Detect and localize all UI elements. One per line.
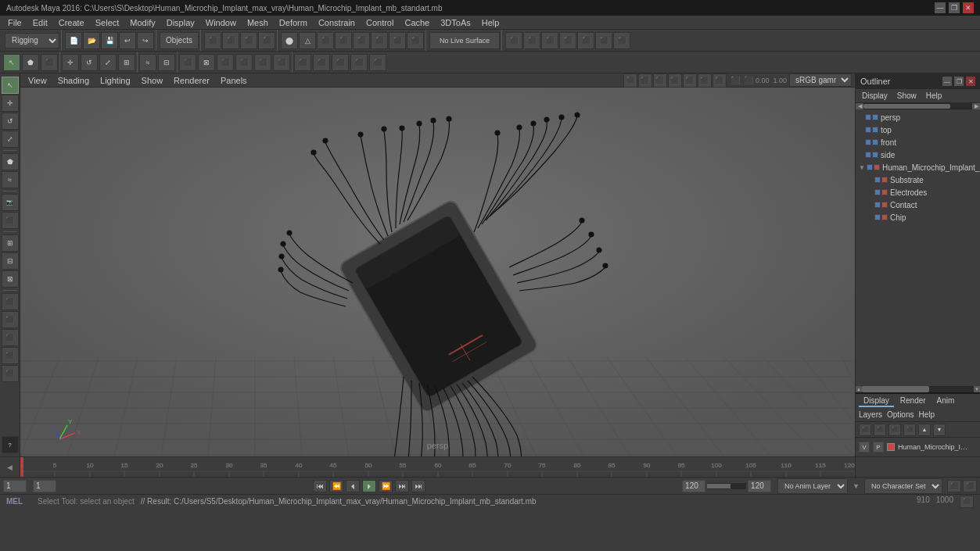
outliner-close-btn[interactable]: ✕ [966,77,975,86]
lt-snap1-btn[interactable]: ⊞ [2,234,19,252]
curve-snap-btn[interactable]: ⬛ [217,54,234,71]
rnd7-btn[interactable]: ⬛ [613,32,630,49]
help-menu-item[interactable]: Help [918,410,935,419]
vp-shadow-btn[interactable]: ⬛ [683,73,697,88]
close-button[interactable]: ✕ [963,2,974,13]
outliner-item-front[interactable]: ▶ front [856,136,980,148]
new-btn[interactable]: 📄 [65,32,82,49]
outliner-restore-btn[interactable]: ❐ [954,77,964,86]
renderer-menu[interactable]: Renderer [169,75,214,86]
outliner-help-menu[interactable]: Help [923,91,946,101]
sym1-btn[interactable]: ⬛ [294,54,311,71]
rotate-mode-btn[interactable]: ↺ [2,113,19,130]
timeline-ruler[interactable]: 0 5 10 15 20 25 30 35 40 45 50 55 60 65 … [20,457,855,477]
panels-menu[interactable]: Panels [216,75,252,86]
snap7-btn[interactable]: ⬛ [389,32,406,49]
surface-snap-btn[interactable]: ⬛ [254,54,271,71]
sym4-btn[interactable]: ⬛ [350,54,368,71]
lt-misc5-btn[interactable]: ⬛ [2,365,19,382]
sel2-btn[interactable]: ⬛ [222,32,239,49]
lt-misc1-btn[interactable]: ⬛ [2,293,19,310]
options-menu-item[interactable]: Options [887,410,914,419]
goto-start-btn[interactable]: ⏮ [313,480,327,492]
show-manip-btn[interactable]: ⊟ [158,54,175,71]
restore-button[interactable]: ❐ [949,2,960,13]
show-menu[interactable]: Show [137,75,168,86]
layer-create-btn[interactable]: ⬛ [859,424,871,436]
lt-misc2-btn[interactable]: ⬛ [2,311,19,328]
snap3-btn[interactable]: ⬛ [317,32,334,49]
layer-delete-btn[interactable]: ⬛ [874,424,886,436]
select-tool-btn[interactable]: ↖ [3,54,20,71]
layer-row[interactable]: V P Human_Microchip_Imp... [856,438,980,456]
redo-btn[interactable]: ↪ [137,32,154,49]
center-snap-btn[interactable]: ⬛ [273,54,290,71]
paint-sel-btn[interactable]: ⬛ [41,54,58,71]
open-btn[interactable]: 📂 [83,32,100,49]
key-btn[interactable]: ⬛ [963,480,977,492]
menu-item-deform[interactable]: Deform [275,17,312,28]
menu-item-cache[interactable]: Cache [400,17,434,28]
auto-key-btn[interactable]: ⬛ [947,480,961,492]
move-mode-btn[interactable]: ✛ [2,95,19,112]
outliner-item-human_microchip[interactable]: ▼ Human_Microchip_Implant_s... [856,161,980,174]
vp-wire-btn[interactable]: ⬛ [623,73,637,88]
outliner-item-persp[interactable]: ▶ persp [856,111,980,123]
play-btn[interactable]: ⏵ [362,480,376,492]
prev-key-btn[interactable]: ⏪ [329,480,343,492]
menu-item-display[interactable]: Display [162,17,199,28]
layer-add-sel-btn[interactable]: ⬛ [888,424,901,436]
sym3-btn[interactable]: ⬛ [332,54,349,71]
rnd2-btn[interactable]: ⬛ [523,32,540,49]
outliner-item-top[interactable]: ▶ top [856,123,980,136]
vp-texture-btn[interactable]: ⬛ [653,73,667,88]
menu-item-help[interactable]: Help [477,17,504,28]
objects-btn[interactable]: Objects [160,32,199,49]
rnd4-btn[interactable]: ⬛ [559,32,576,49]
lasso-btn[interactable]: ⬟ [22,54,39,71]
live-btn[interactable]: No Live Surface [429,32,500,49]
character-set-select[interactable]: No Character Set [864,478,942,494]
outliner-item-chip[interactable]: ▶ Chip [856,211,980,224]
grid-snap-btn[interactable]: ⊠ [198,54,215,71]
lt-misc3-btn[interactable]: ⬛ [2,329,19,346]
scale-mode-btn[interactable]: ⤢ [2,131,19,148]
outliner-item-electrodes[interactable]: ▶ Electrodes [856,186,980,199]
start-frame-input[interactable]: 1 [33,480,56,492]
sym2-btn[interactable]: ⬛ [313,54,330,71]
next-key-btn[interactable]: ⏭ [395,480,409,492]
rnd5-btn[interactable]: ⬛ [577,32,594,49]
goto-end-btn[interactable]: ⏭ [411,480,425,492]
render-tab[interactable]: Render [896,395,931,407]
minimize-button[interactable]: — [935,2,946,13]
component-snap-btn[interactable]: ⬛ [179,54,196,71]
select-mode-btn[interactable]: ↖ [2,77,19,94]
rnd3-btn[interactable]: ⬛ [541,32,558,49]
scale-tool-btn[interactable]: ⤢ [99,54,117,71]
outliner-min-btn[interactable]: — [942,77,952,86]
sym5-btn[interactable]: ⬛ [369,54,386,71]
viewport-3d[interactable]: View Shading Lighting Show Renderer Pane… [20,73,855,456]
status-icon-btn[interactable]: ⬛ [960,496,974,508]
menu-item-select[interactable]: Select [91,17,124,28]
snap8-btn[interactable]: ⬛ [407,32,424,49]
menu-item-3dtoas[interactable]: 3DToAs [436,17,476,28]
menu-item-edit[interactable]: Edit [28,17,52,28]
shading-menu[interactable]: Shading [53,75,94,86]
anim-tab[interactable]: Anim [932,395,960,407]
outliner-scroll-down[interactable]: ▼ [974,386,980,392]
sel1-btn[interactable]: ⬛ [204,32,221,49]
timeline-left-btn[interactable]: ◀ [7,463,13,471]
rotate-tool-btn[interactable]: ↺ [81,54,98,71]
vp-extra-btn[interactable]: ⬛ [731,76,740,84]
layer-up-btn[interactable]: ▲ [918,424,931,436]
rnd1-btn[interactable]: ⬛ [505,32,522,49]
lt-cam-btn[interactable]: 📷 [2,194,19,211]
lt-help-btn[interactable]: ? [2,436,19,453]
current-frame-input[interactable]: 1 [3,480,27,492]
layer-dn-btn[interactable]: ▼ [933,424,946,436]
outliner-scroll-right[interactable]: ▶ [972,103,980,109]
range-slider[interactable] [707,483,746,489]
outliner-item-side[interactable]: ▶ side [856,148,980,161]
outliner-item-substrate[interactable]: ▶ Substrate [856,174,980,186]
